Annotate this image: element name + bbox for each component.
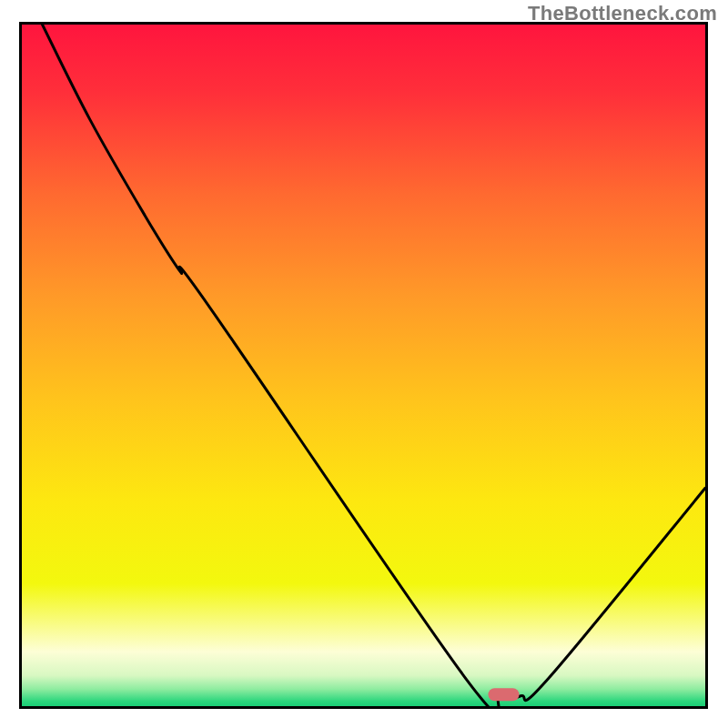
chart-frame — [19, 22, 708, 709]
watermark-text: TheBottleneck.com — [528, 2, 717, 25]
gradient-background — [22, 25, 705, 706]
optimal-marker — [489, 688, 520, 701]
bottleneck-chart — [22, 25, 705, 706]
